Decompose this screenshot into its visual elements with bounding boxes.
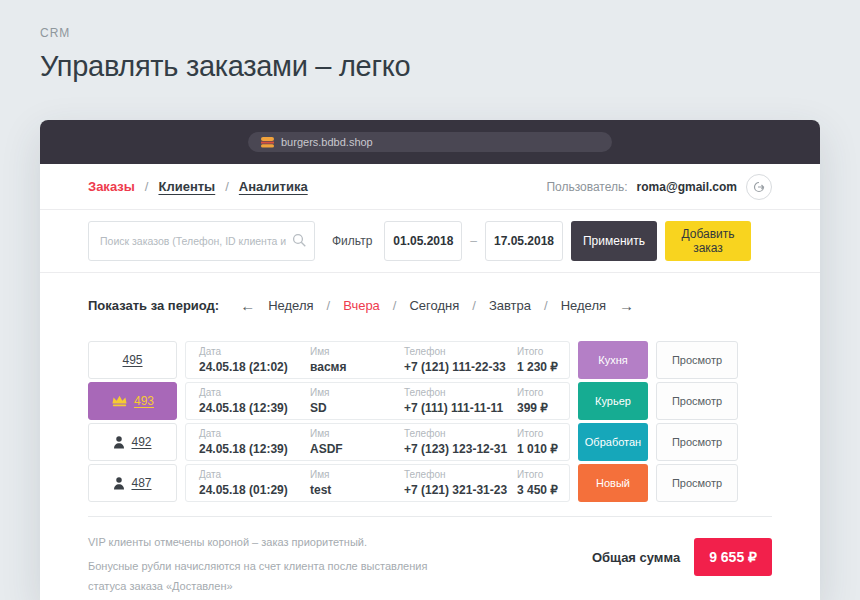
- order-phone: +7 (121) 321-31-23: [404, 483, 517, 497]
- nav-item-analytics[interactable]: Аналитика: [239, 179, 308, 194]
- date-to-input[interactable]: 17.05.2018: [485, 221, 563, 261]
- view-order-button[interactable]: Просмотр: [656, 423, 738, 461]
- col-header-phone: Телефон: [404, 346, 517, 357]
- bonus-note: Бонусные рубли начисляются на счет клиен…: [88, 557, 440, 596]
- apply-button[interactable]: Применить: [571, 221, 657, 261]
- col-header-name: Имя: [310, 428, 404, 439]
- order-data-cell: Дата24.05.18 (12:39) ИмяSD Телефон+7 (11…: [185, 382, 570, 420]
- order-id-link[interactable]: 487: [131, 476, 151, 490]
- period-separator: /: [472, 298, 476, 313]
- status-badge[interactable]: Курьер: [578, 382, 648, 420]
- order-date: 24.05.18 (12:39): [199, 442, 310, 456]
- period-yesterday[interactable]: Вчера: [343, 298, 380, 313]
- address-bar[interactable]: burgers.bdbd.shop: [248, 132, 612, 152]
- col-header-name: Имя: [310, 387, 404, 398]
- status-badge[interactable]: Обработан: [578, 423, 648, 461]
- order-date: 24.05.18 (21:02): [199, 360, 310, 374]
- col-header-date: Дата: [199, 346, 310, 357]
- footer-notes: VIP клиенты отмечены короной – заказ при…: [88, 533, 440, 600]
- user-label: Пользователь:: [546, 180, 627, 194]
- order-data-cell: Дата24.05.18 (01:29) Имяtest Телефон+7 (…: [185, 464, 570, 502]
- period-tomorrow[interactable]: Завтра: [489, 298, 531, 313]
- view-order-button[interactable]: Просмотр: [656, 382, 738, 420]
- table-row: 492 Дата24.05.18 (12:39) ИмяASDF Телефон…: [88, 423, 738, 461]
- order-date: 24.05.18 (01:29): [199, 483, 310, 497]
- person-icon: [113, 477, 125, 490]
- table-row: 495 Дата24.05.18 (21:02) Имявасмя Телефо…: [88, 341, 738, 379]
- date-from-input[interactable]: 01.05.2018: [384, 221, 462, 261]
- col-header-total: Итого: [517, 428, 569, 439]
- period-separator: /: [327, 298, 331, 313]
- col-header-date: Дата: [199, 387, 310, 398]
- order-phone: +7 (111) 111-11-11: [404, 401, 517, 415]
- order-total: 1 230 ₽: [517, 360, 569, 374]
- app-kicker: CRM: [40, 26, 860, 40]
- col-header-date: Дата: [199, 428, 310, 439]
- order-id-cell[interactable]: 487: [88, 464, 177, 502]
- order-phone: +7 (121) 111-22-33: [404, 360, 517, 374]
- period-week-back[interactable]: Неделя: [268, 298, 313, 313]
- col-header-total: Итого: [517, 346, 569, 357]
- table-row: 487 Дата24.05.18 (01:29) Имяtest Телефон…: [88, 464, 738, 502]
- order-total: 1 010 ₽: [517, 442, 569, 456]
- order-total: 399 ₽: [517, 401, 569, 415]
- search-icon: [292, 233, 307, 248]
- order-total: 3 450 ₽: [517, 483, 569, 497]
- orders-table: 495 Дата24.05.18 (21:02) Имявасмя Телефо…: [88, 341, 738, 502]
- order-id-link[interactable]: 495: [122, 353, 142, 367]
- page-title: Управлять заказами – легко: [40, 50, 860, 83]
- order-id-link[interactable]: 492: [131, 435, 151, 449]
- order-name: васмя: [310, 360, 404, 374]
- period-today[interactable]: Сегодня: [409, 298, 459, 313]
- person-icon: [113, 436, 125, 449]
- order-id-link[interactable]: 493: [134, 394, 154, 408]
- card-footer: VIP клиенты отмечены короной – заказ при…: [88, 533, 772, 600]
- order-phone: +7 (123) 123-12-31: [404, 442, 517, 456]
- total-amount-badge: 9 655 ₽: [694, 538, 772, 576]
- nav-item-clients[interactable]: Клиенты: [158, 179, 215, 194]
- period-next-arrow-icon[interactable]: →: [619, 297, 634, 314]
- view-order-button[interactable]: Просмотр: [656, 341, 738, 379]
- col-header-phone: Телефон: [404, 428, 517, 439]
- filter-bar: Фильтр 01.05.2018 – 17.05.2018 Применить…: [40, 210, 820, 273]
- view-order-button[interactable]: Просмотр: [656, 464, 738, 502]
- order-name: test: [310, 483, 404, 497]
- crown-icon: [111, 395, 128, 407]
- col-header-phone: Телефон: [404, 387, 517, 398]
- search-input[interactable]: [88, 221, 315, 261]
- user-box: Пользователь: roma@gmail.com: [546, 174, 772, 200]
- status-badge[interactable]: Новый: [578, 464, 648, 502]
- main-nav: Заказы / Клиенты / Аналитика: [88, 179, 308, 194]
- total-box: Общая сумма 9 655 ₽: [592, 538, 772, 576]
- user-email: roma@gmail.com: [637, 180, 737, 194]
- burger-favicon-icon: [261, 137, 274, 148]
- nav-bar: Заказы / Клиенты / Аналитика Пользовател…: [40, 164, 820, 210]
- status-badge[interactable]: Кухня: [578, 341, 648, 379]
- order-id-cell[interactable]: 492: [88, 423, 177, 461]
- order-name: SD: [310, 401, 404, 415]
- col-header-total: Итого: [517, 387, 569, 398]
- vip-note: VIP клиенты отмечены короной – заказ при…: [88, 533, 440, 552]
- order-date: 24.05.18 (12:39): [199, 401, 310, 415]
- nav-item-orders[interactable]: Заказы: [88, 179, 135, 194]
- period-separator: /: [544, 298, 548, 313]
- total-label: Общая сумма: [592, 550, 680, 565]
- filter-label: Фильтр: [332, 234, 372, 248]
- period-week-forward[interactable]: Неделя: [561, 298, 606, 313]
- logout-arrow-icon: [753, 181, 765, 193]
- date-range-separator: –: [470, 234, 477, 248]
- order-name: ASDF: [310, 442, 404, 456]
- order-id-cell[interactable]: 495: [88, 341, 177, 379]
- col-header-name: Имя: [310, 469, 404, 480]
- order-id-cell-vip[interactable]: 493: [88, 382, 177, 420]
- add-order-button[interactable]: Добавить заказ: [665, 221, 751, 261]
- browser-window: burgers.bdbd.shop Заказы / Клиенты / Ана…: [40, 120, 820, 600]
- col-header-phone: Телефон: [404, 469, 517, 480]
- col-header-name: Имя: [310, 346, 404, 357]
- nav-separator: /: [145, 179, 149, 194]
- url-text: burgers.bdbd.shop: [281, 136, 373, 148]
- col-header-date: Дата: [199, 469, 310, 480]
- period-prev-arrow-icon[interactable]: ←: [240, 297, 255, 314]
- table-row: 493 Дата24.05.18 (12:39) ИмяSD Телефон+7…: [88, 382, 738, 420]
- logout-button[interactable]: [746, 174, 772, 200]
